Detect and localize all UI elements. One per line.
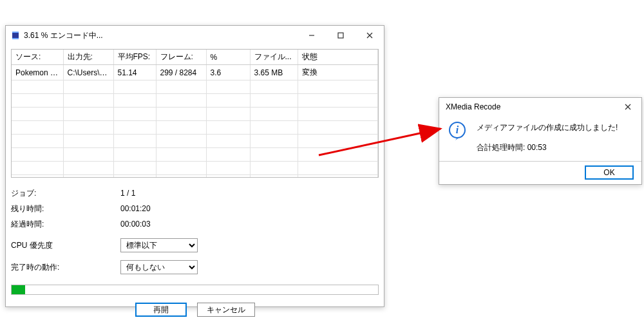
table-row: .	[12, 80, 378, 94]
close-button[interactable]	[355, 26, 384, 45]
on-complete-label: 完了時の動作:	[11, 262, 120, 273]
cell-frame: 299 / 8284	[156, 65, 206, 80]
completion-dialog: XMedia Recode i メディアファイルの作成に成功しました! 合計処理…	[439, 97, 642, 185]
dialog-close-button[interactable]	[614, 98, 641, 116]
col-frame[interactable]: フレーム:	[156, 50, 206, 65]
app-icon	[11, 31, 20, 40]
table-row: .	[12, 135, 378, 148]
maximize-button[interactable]	[326, 26, 355, 45]
col-source[interactable]: ソース:	[12, 50, 63, 65]
svg-rect-1	[12, 32, 19, 33]
remaining-time-value: 00:01:20	[120, 204, 151, 213]
svg-text:i: i	[456, 124, 459, 135]
svg-rect-4	[338, 33, 343, 38]
cpu-priority-label: CPU 優先度	[11, 240, 120, 251]
cpu-priority-select[interactable]: 標準以下	[120, 238, 198, 252]
table-row: .	[12, 108, 378, 121]
job-value: 1 / 1	[120, 189, 135, 198]
table-row: .	[12, 121, 378, 135]
cell-dest: C:\Users\A...	[63, 65, 113, 80]
elapsed-time-label: 経過時間:	[11, 219, 120, 230]
cell-source: Pokemon Jo...	[12, 65, 63, 80]
info-icon: i	[447, 121, 468, 142]
col-avg-fps[interactable]: 平均FPS:	[113, 50, 156, 65]
dialog-titlebar[interactable]: XMedia Recode	[439, 98, 641, 116]
table-row: .	[12, 148, 378, 162]
total-time-value: 00:53	[527, 143, 547, 152]
col-status[interactable]: 状態	[298, 50, 378, 65]
job-label: ジョブ:	[11, 188, 120, 199]
elapsed-time-value: 00:00:03	[120, 220, 151, 229]
svg-rect-2	[12, 38, 19, 39]
table-row: .	[12, 175, 378, 178]
table-row: .	[12, 162, 378, 175]
remaining-time-label: 残り時間:	[11, 203, 120, 214]
titlebar[interactable]: 3.61 % エンコード中...	[6, 26, 384, 45]
ok-button[interactable]: OK	[585, 165, 634, 180]
cancel-button[interactable]: キャンセル	[197, 303, 255, 317]
cell-avg-fps: 51.14	[113, 65, 156, 80]
col-dest[interactable]: 出力先:	[63, 50, 113, 65]
resume-button[interactable]: 再開	[135, 303, 187, 317]
dialog-title: XMedia Recode	[446, 102, 500, 111]
table-row[interactable]: Pokemon Jo... C:\Users\A... 51.14 299 / …	[12, 65, 378, 80]
col-file-size[interactable]: ファイル...	[250, 50, 298, 65]
cell-status: 変換	[298, 65, 378, 80]
window-title: 3.61 % エンコード中...	[24, 30, 103, 41]
table-row: .	[12, 94, 378, 108]
col-percent[interactable]: %	[206, 50, 250, 65]
progress-fill	[12, 285, 25, 294]
encoding-progress-window: 3.61 % エンコード中... ソース: 出力先: 平均FPS:	[5, 25, 384, 307]
cell-file-size: 3.65 MB	[250, 65, 298, 80]
minimize-button[interactable]	[297, 26, 326, 45]
progress-bar	[11, 285, 379, 295]
total-time-label: 合計処理時間:	[477, 143, 525, 152]
dialog-message: メディアファイルの作成に成功しました!	[477, 122, 634, 133]
jobs-table[interactable]: ソース: 出力先: 平均FPS: フレーム: % ファイル... 状態 Poke…	[11, 49, 379, 178]
on-complete-select[interactable]: 何もしない	[120, 260, 198, 274]
cell-percent: 3.6	[206, 65, 250, 80]
